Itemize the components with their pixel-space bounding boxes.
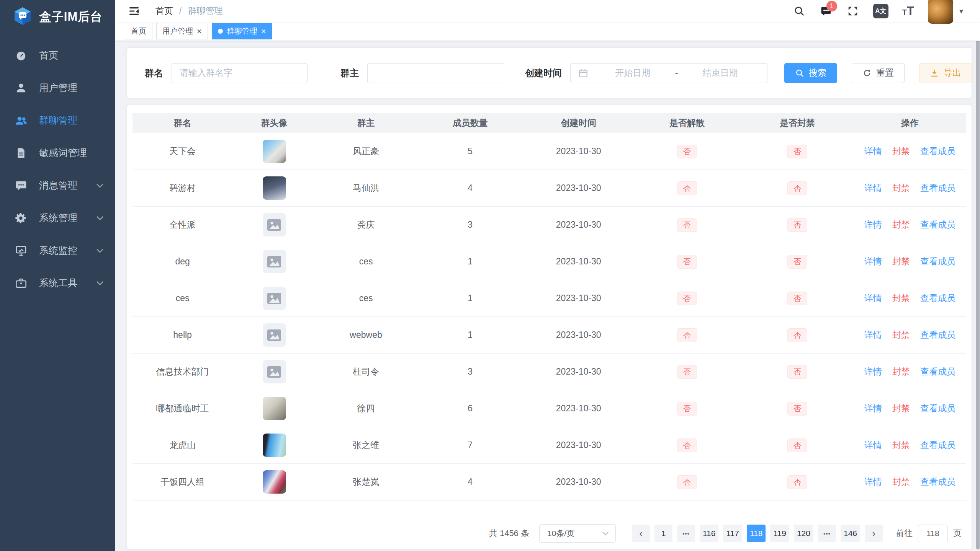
close-icon[interactable]: × [261,27,266,36]
sidebar-item-sensitive-words[interactable]: 敏感词管理 [0,137,115,169]
page-button-116[interactable]: 116 [700,525,718,542]
sidebar-item-groups[interactable]: 群聊管理 [0,104,115,137]
page-button-120[interactable]: 120 [794,525,813,542]
page-scrollbar[interactable] [976,7,980,549]
group-name-input[interactable] [180,68,299,78]
owner-input[interactable] [375,68,497,78]
jump-page-input[interactable] [918,525,948,542]
user-avatar[interactable] [928,0,953,24]
action-link-详情[interactable]: 详情 [864,403,882,414]
action-link-封禁[interactable]: 封禁 [892,292,910,304]
group-avatar-image[interactable] [263,397,286,420]
sidebar-item-system-monitor[interactable]: 系统监控 [0,234,115,267]
action-link-查看成员[interactable]: 查看成员 [920,256,955,267]
sidebar-item-system-admin[interactable]: 系统管理 [0,202,115,234]
action-link-查看成员[interactable]: 查看成员 [920,219,955,231]
action-link-封禁[interactable]: 封禁 [892,366,910,378]
sidebar-collapse-icon[interactable] [128,5,141,18]
action-link-详情[interactable]: 详情 [864,292,882,304]
date-end-input[interactable] [681,68,759,78]
export-button[interactable]: 导出 [919,63,972,83]
sidebar-item-label: 系统监控 [39,244,77,257]
action-link-封禁[interactable]: 封禁 [892,329,910,341]
breadcrumb-home[interactable]: 首页 [155,5,173,17]
cell-name: hellp [133,330,232,340]
search-icon[interactable] [793,5,806,18]
monitor-icon [15,244,28,257]
app-root: 盒子IM后台 首页用户管理群聊管理敏感词管理消息管理系统管理系统监控系统工具 首… [0,0,980,551]
action-link-查看成员[interactable]: 查看成员 [920,439,955,451]
tab-群聊管理[interactable]: 群聊管理× [212,23,272,39]
column-header-owner: 群主 [316,117,416,129]
action-link-查看成员[interactable]: 查看成员 [920,403,955,414]
close-icon[interactable]: × [197,27,202,36]
group-avatar-image[interactable] [263,140,286,163]
next-page-button[interactable]: › [865,525,883,542]
reset-button[interactable]: 重置 [852,63,905,83]
cell-actions: 详情封禁查看成员 [854,292,966,304]
action-link-详情[interactable]: 详情 [864,439,882,451]
page-size-select[interactable]: 10条/页 [539,524,616,543]
action-link-查看成员[interactable]: 查看成员 [920,329,955,341]
action-link-封禁[interactable]: 封禁 [892,219,910,231]
action-link-查看成员[interactable]: 查看成员 [920,366,955,378]
action-link-详情[interactable]: 详情 [864,219,882,231]
search-button[interactable]: 搜索 [784,63,837,83]
action-link-封禁[interactable]: 封禁 [892,256,910,267]
status-tag-dissolved: 否 [677,475,697,489]
page-button-117[interactable]: 117 [723,525,742,542]
group-avatar-image[interactable] [263,434,286,457]
date-start-input[interactable] [594,68,672,78]
action-link-封禁[interactable]: 封禁 [892,182,910,194]
page-button-118[interactable]: 118 [747,525,766,542]
fullscreen-icon[interactable] [846,5,859,18]
cell-dissolved: 否 [633,365,741,379]
sidebar-item-messages[interactable]: 消息管理 [0,169,115,202]
action-link-详情[interactable]: 详情 [864,145,882,157]
page-button-1[interactable]: 1 [654,525,672,542]
status-tag-dissolved: 否 [677,439,697,452]
pager-ellipsis[interactable]: ••• [677,525,695,542]
cell-name: deg [133,256,232,267]
action-link-封禁[interactable]: 封禁 [892,439,910,451]
image-placeholder-icon [263,213,286,236]
user-menu[interactable]: ▾ [928,0,963,24]
date-separator: - [675,68,678,78]
font-size-icon[interactable]: TT [902,4,914,18]
action-link-详情[interactable]: 详情 [864,476,882,488]
action-link-查看成员[interactable]: 查看成员 [920,292,955,304]
sidebar-item-system-tools[interactable]: 系统工具 [0,267,115,299]
app-logo[interactable]: 盒子IM后台 [0,0,115,34]
prev-page-button[interactable]: ‹ [632,525,650,542]
action-link-查看成员[interactable]: 查看成员 [920,182,955,194]
tab-label: 用户管理 [162,26,193,36]
cell-members: 3 [416,367,524,377]
page-button-146[interactable]: 146 [841,525,860,542]
sidebar-item-label: 首页 [39,49,58,62]
tab-首页[interactable]: 首页 [125,23,152,39]
language-switch-icon[interactable]: A文 [873,4,888,18]
action-link-详情[interactable]: 详情 [864,256,882,267]
action-link-详情[interactable]: 详情 [864,366,882,378]
action-link-查看成员[interactable]: 查看成员 [920,476,955,488]
sidebar-item-home[interactable]: 首页 [0,39,115,72]
action-link-封禁[interactable]: 封禁 [892,145,910,157]
action-link-查看成员[interactable]: 查看成员 [920,145,955,157]
group-avatar-image[interactable] [263,176,286,200]
filter-group-name: 群名 [145,63,308,83]
cell-dissolved: 否 [633,255,741,269]
group-avatar-image[interactable] [263,470,286,494]
sidebar-item-users[interactable]: 用户管理 [0,72,115,104]
messages-icon[interactable]: 1 [820,5,833,18]
pager-ellipsis[interactable]: ••• [818,525,836,542]
page-button-119[interactable]: 119 [770,525,789,542]
cell-banned: 否 [741,145,854,158]
tab-用户管理[interactable]: 用户管理× [156,23,208,39]
cell-dissolved: 否 [633,292,741,305]
cell-members: 5 [416,146,524,156]
date-range-picker[interactable]: - [570,63,767,83]
action-link-封禁[interactable]: 封禁 [892,403,910,414]
action-link-封禁[interactable]: 封禁 [892,476,910,488]
action-link-详情[interactable]: 详情 [864,329,882,341]
action-link-详情[interactable]: 详情 [864,182,882,194]
